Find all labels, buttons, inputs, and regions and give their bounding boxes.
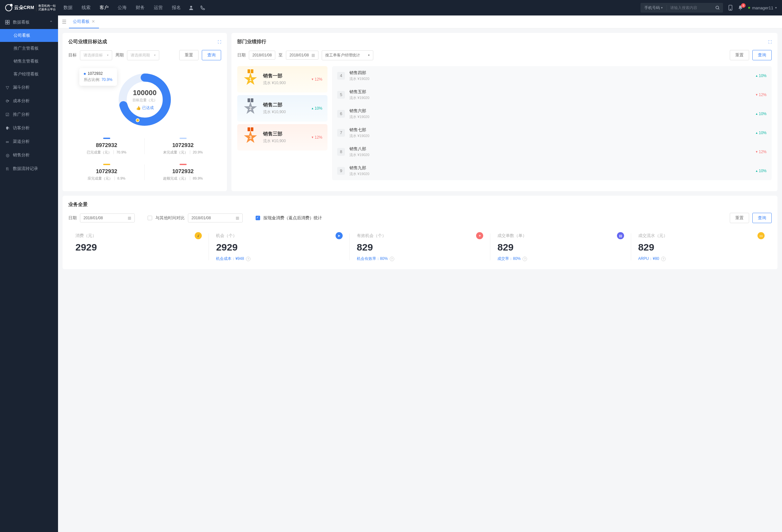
rank-item-8[interactable]: 8销售八部流水 ¥19020▼ 12% xyxy=(332,142,772,161)
query-button[interactable]: 查询 xyxy=(752,213,772,223)
reset-button[interactable]: 重置 xyxy=(179,50,199,60)
sidebar-group-4[interactable]: ∞渠道分析 xyxy=(0,135,58,148)
query-button[interactable]: 查询 xyxy=(202,50,221,60)
stat-3: 1072932超额完成（元）89.9% xyxy=(145,159,221,185)
search-input[interactable] xyxy=(667,5,712,10)
stat-2: 1072932应完成量（元）8.9% xyxy=(68,159,145,185)
status-dot xyxy=(748,7,750,9)
logo[interactable]: 云朵CRM 教育机构一站 式服务云平台 xyxy=(5,4,56,11)
search-bar: 手机号码▾ xyxy=(640,3,723,12)
target-title: 公司业绩目标达成 xyxy=(68,39,107,45)
mobile-icon[interactable] xyxy=(728,5,733,11)
kpi-1: 机会（个）➤2929机会成本：¥948? xyxy=(209,230,349,263)
tab-company-board[interactable]: 公司看板 ✕ xyxy=(69,15,99,28)
kpi-4: 成交流水（元）▭829ARPU：¥80? xyxy=(631,230,772,263)
rank-item-7[interactable]: 7销售七部流水 ¥19020▲ 10% xyxy=(332,123,772,142)
brand-sub: 教育机构一站 式服务云平台 xyxy=(36,4,56,11)
dashboard-icon xyxy=(5,20,10,25)
reset-button[interactable]: 重置 xyxy=(730,213,749,223)
donut-chart: 1072932 所占比例: 70.9% 100000 目标总量（元） 👍已达成 xyxy=(68,66,221,133)
phone-icon[interactable] xyxy=(200,5,205,10)
svg-point-3 xyxy=(730,9,731,10)
svg-point-0 xyxy=(190,6,192,8)
svg-rect-6 xyxy=(5,23,7,24)
svg-rect-4 xyxy=(5,20,7,22)
chart-tooltip: 1072932 所占比例: 70.9% xyxy=(79,68,117,86)
sidebar-group-0[interactable]: ▽漏斗分析 xyxy=(0,81,58,94)
overview-title: 业务全景 xyxy=(68,202,88,208)
kpi-2: 有效机会（个）✶829机会有效率：80%? xyxy=(350,230,490,263)
hamburger-icon[interactable]: ☰ xyxy=(62,19,66,25)
overview-date2[interactable]: 2018/01/08▦ xyxy=(188,213,243,222)
sidebar-item-1[interactable]: 推广主管看板 xyxy=(0,42,58,55)
achieved-badge: 👍已达成 xyxy=(136,105,154,111)
nav-数据[interactable]: 数据 xyxy=(64,5,73,11)
rank-by-select[interactable]: 按工单客户经理统计▾ xyxy=(322,50,373,60)
sidebar: 数据看板 ⌃ 公司看板推广主管看板销售主管看板客户经理看板 ▽漏斗分析⟳成本分析… xyxy=(0,15,58,532)
logo-icon xyxy=(5,4,12,11)
svg-point-1 xyxy=(716,6,719,9)
kpi-3: 成交单数（单）▤829成交率：80%? xyxy=(490,230,631,263)
nav-客户[interactable]: 客户 xyxy=(100,5,109,11)
tabs-bar: ☰ 公司看板 ✕ xyxy=(58,15,782,28)
nav-公海[interactable]: 公海 xyxy=(118,5,127,11)
svg-rect-7 xyxy=(8,23,9,24)
podium-1[interactable]: 1销售一部流水 ¥10,900▼12% xyxy=(237,66,327,93)
panel-target: 公司业绩目标达成 ⛶ 目标 请选择目标▾ 周期 请选择周期▾ 重置 查询 xyxy=(63,33,227,191)
compare-checkbox[interactable] xyxy=(148,216,152,220)
main-content: ☰ 公司看板 ✕ 公司业绩目标达成 ⛶ 目标 请选择目标▾ 周期 xyxy=(58,15,782,532)
topbar: 云朵CRM 教育机构一站 式服务云平台 数据线索客户公海财务运营报名 手机号码▾… xyxy=(0,0,782,15)
topnav: 数据线索客户公海财务运营报名 xyxy=(64,5,181,11)
podium-2[interactable]: 2销售二部流水 ¥10,900▲10% xyxy=(237,95,327,121)
sidebar-group-6[interactable]: ⎘数据流转记录 xyxy=(0,162,58,175)
username: manager11 xyxy=(752,5,773,10)
search-category[interactable]: 手机号码▾ xyxy=(640,5,667,11)
nav-运营[interactable]: 运营 xyxy=(154,5,163,11)
bell-icon[interactable]: 5 xyxy=(738,5,743,10)
sidebar-item-3[interactable]: 客户经理看板 xyxy=(0,68,58,81)
stat-checkbox[interactable] xyxy=(256,216,260,220)
date-from[interactable]: 2018/01/08 xyxy=(249,50,275,60)
expand-icon[interactable]: ⛶ xyxy=(768,40,772,44)
kpi-0: 消费（元）💰2929 xyxy=(68,230,209,263)
period-select[interactable]: 请选择周期▾ xyxy=(127,50,159,60)
reset-button[interactable]: 重置 xyxy=(730,50,749,60)
close-icon[interactable]: ✕ xyxy=(92,19,95,24)
notification-badge: 5 xyxy=(741,3,746,8)
stat-1: 1072932未完成量（元）20.9% xyxy=(145,133,221,159)
chevron-up-icon: ⌃ xyxy=(49,20,53,25)
nav-线索[interactable]: 线索 xyxy=(81,5,91,11)
user-icon[interactable] xyxy=(188,5,194,10)
sidebar-item-2[interactable]: 销售主管看板 xyxy=(0,55,58,68)
user-menu[interactable]: manager11 ▾ xyxy=(748,5,777,10)
sidebar-group-1[interactable]: ⟳成本分析 xyxy=(0,94,58,108)
date-to[interactable]: 2018/01/08▦ xyxy=(286,50,318,60)
nav-财务[interactable]: 财务 xyxy=(136,5,145,11)
nav-报名[interactable]: 报名 xyxy=(172,5,181,11)
expand-icon[interactable]: ⛶ xyxy=(218,40,221,44)
rank-item-5[interactable]: 5销售五部流水 ¥19020▼ 12% xyxy=(332,85,772,104)
sidebar-group-2[interactable]: ☑推广分析 xyxy=(0,108,58,121)
panel-overview: 业务全景 日期 2018/01/08▦ 与其他时间对比 2018/01/08▦ … xyxy=(63,196,778,269)
search-button[interactable] xyxy=(712,5,723,10)
query-button[interactable]: 查询 xyxy=(752,50,772,60)
panel-rank: 部门业绩排行 ⛶ 日期 2018/01/08 至 2018/01/08▦ 按工单… xyxy=(232,33,778,191)
donut-handle xyxy=(136,118,140,122)
overview-date1[interactable]: 2018/01/08▦ xyxy=(80,213,135,222)
rank-item-4[interactable]: 4销售四部流水 ¥19020▲ 10% xyxy=(332,66,772,85)
sidebar-item-0[interactable]: 公司看板 xyxy=(0,29,58,42)
sidebar-group-3[interactable]: 🗣访客分析 xyxy=(0,121,58,135)
sidebar-group-dashboard[interactable]: 数据看板 ⌃ xyxy=(0,15,58,29)
brand-name: 云朵CRM xyxy=(14,5,34,11)
podium-3[interactable]: 3销售三部流水 ¥10,900▼12% xyxy=(237,124,327,150)
stat-0: 8972932已完成量（元）70.9% xyxy=(68,133,145,159)
rank-list[interactable]: 4销售四部流水 ¥19020▲ 10%5销售五部流水 ¥19020▼ 12%6销… xyxy=(332,66,772,180)
rank-title: 部门业绩排行 xyxy=(237,39,266,45)
rank-item-9[interactable]: 9销售九部流水 ¥19020▲ 10% xyxy=(332,161,772,180)
sidebar-group-5[interactable]: ◎销售分析 xyxy=(0,148,58,162)
rank-item-6[interactable]: 6销售六部流水 ¥19020▲ 10% xyxy=(332,104,772,123)
target-select[interactable]: 请选择目标▾ xyxy=(80,50,112,60)
svg-rect-5 xyxy=(8,20,9,22)
